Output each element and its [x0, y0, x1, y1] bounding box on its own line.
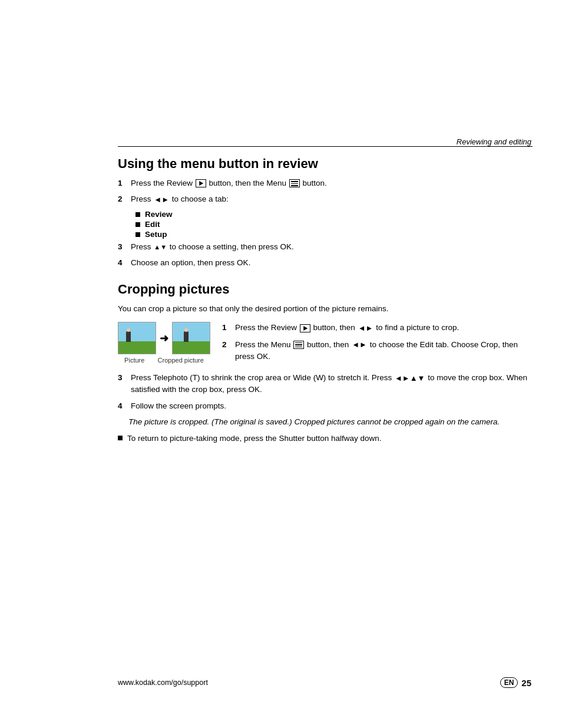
footer: www.kodak.com/go/support EN 25	[118, 677, 531, 688]
arrow-ud-icon: ▲▼	[154, 242, 167, 252]
step3-text-after: to choose a setting, then press OK.	[170, 242, 294, 251]
bullet-icon	[135, 232, 140, 237]
ground	[118, 341, 156, 354]
tab-setup: Setup	[135, 230, 531, 239]
arrow-lr-crop2: ◄►	[352, 339, 367, 351]
bullet-icon	[135, 212, 140, 217]
tab-edit-label: Edit	[145, 220, 160, 229]
footer-url: www.kodak.com/go/support	[118, 678, 208, 687]
step4: 4 Choose an option, then press OK.	[118, 257, 531, 269]
crop-step1-text-middle: button, then	[313, 323, 358, 332]
review-icon	[196, 179, 206, 187]
step3-num: 3	[118, 241, 128, 253]
crop-step4-num: 4	[118, 400, 128, 412]
cropping-body: ➜ Picture Cropped picture	[118, 322, 531, 367]
arrow-lr-icon: ◄►	[154, 194, 169, 206]
menu-icon	[289, 179, 300, 187]
tab-review: Review	[135, 210, 531, 219]
arrow-right-icon: ➜	[160, 332, 168, 345]
tab-setup-label: Setup	[145, 230, 167, 239]
step3-text-before: Press	[131, 242, 153, 251]
en-badge: EN	[500, 677, 518, 688]
arrow-all-icon: ◄►▲▼	[395, 373, 425, 384]
header-label: Reviewing and editing	[457, 137, 531, 146]
tab-list: Review Edit Setup	[135, 210, 531, 239]
step2-num: 2	[118, 193, 128, 205]
step4-content: Choose an option, then press OK.	[131, 257, 531, 269]
label-picture: Picture	[124, 357, 144, 364]
bullet-square-icon	[118, 436, 123, 440]
crop-step1: 1 Press the Review button, then ◄► to fi…	[222, 322, 531, 334]
crop-step1-num: 1	[222, 322, 233, 334]
content: Using the menu button in review 1 Press …	[118, 156, 531, 444]
sky-cropped	[173, 322, 210, 341]
step1-num: 1	[118, 177, 128, 189]
header-rule	[118, 146, 533, 147]
cropping-images: ➜ Picture Cropped picture	[118, 322, 210, 367]
crop-step3-text: Press Telephoto (T) to shrink the crop a…	[131, 373, 394, 382]
step1-text-after: button.	[302, 179, 326, 187]
tab-edit: Edit	[135, 220, 531, 229]
crop-step2: 2 Press the Menu button, then ◄► to choo…	[222, 339, 531, 363]
crop-step3: 3 Press Telephoto (T) to shrink the crop…	[118, 372, 531, 396]
scene-cropped	[173, 322, 210, 354]
step2: 2 Press ◄► to choose a tab:	[118, 193, 531, 205]
bullet-return: To return to picture-taking mode, press …	[118, 433, 531, 444]
section1-title: Using the menu button in review	[118, 156, 531, 172]
crop-step2-text-middle: button, then	[307, 340, 351, 349]
step1-text-middle: button, then the Menu	[209, 179, 289, 187]
tab-review-label: Review	[145, 210, 173, 219]
bullet-icon	[135, 222, 140, 227]
figure-cropped	[184, 331, 189, 342]
crop-step3-content: Press Telephoto (T) to shrink the crop a…	[131, 372, 531, 396]
crop-step4: 4 Follow the screen prompts.	[118, 400, 531, 412]
bullet-return-text: To return to picture-taking mode, press …	[127, 433, 382, 444]
review-icon-crop	[300, 324, 310, 332]
step1-text-before: Press the Review	[131, 179, 195, 187]
crop-step2-content: Press the Menu button, then ◄► to choose…	[235, 339, 531, 363]
image-pair: ➜	[118, 322, 210, 354]
section1: Using the menu button in review 1 Press …	[118, 156, 531, 269]
step3: 3 Press ▲▼ to choose a setting, then pre…	[118, 241, 531, 253]
step2-text: Press	[131, 195, 153, 203]
original-picture	[118, 322, 156, 354]
ground-cropped	[173, 341, 210, 354]
crop-step2-num: 2	[222, 339, 233, 363]
step2-text-after: to choose a tab:	[172, 195, 229, 203]
step3-content: Press ▲▼ to choose a setting, then press…	[131, 241, 531, 253]
label-cropped: Cropped picture	[158, 357, 204, 364]
crop-step4-content: Follow the screen prompts.	[131, 400, 531, 412]
figure	[126, 331, 131, 342]
footer-page: EN 25	[500, 677, 531, 688]
scene	[118, 322, 156, 354]
section2-title: Cropping pictures	[118, 282, 531, 297]
crop-step1-text-before: Press the Review	[235, 323, 299, 332]
page-number: 25	[521, 678, 531, 688]
step1: 1 Press the Review button, then the Menu…	[118, 177, 531, 189]
step2-content: Press ◄► to choose a tab:	[131, 193, 531, 205]
cropping-steps: 1 Press the Review button, then ◄► to fi…	[222, 322, 531, 367]
crop-step2-text-before: Press the Menu	[235, 340, 293, 349]
italic-note: The picture is cropped. (The original is…	[128, 416, 531, 428]
step1-content: Press the Review button, then the Menu b…	[131, 177, 531, 189]
page: Reviewing and editing Using the menu but…	[0, 0, 562, 728]
step4-num: 4	[118, 257, 128, 269]
arrow-lr-crop1: ◄►	[358, 322, 373, 334]
section2: Cropping pictures You can crop a picture…	[118, 282, 531, 444]
cropped-picture	[172, 322, 210, 354]
cropping-intro: You can crop a picture so that only the …	[118, 303, 531, 315]
crop-step1-content: Press the Review button, then ◄► to find…	[235, 322, 531, 334]
img-labels: Picture Cropped picture	[118, 357, 210, 364]
sky	[118, 322, 156, 341]
crop-step3-num: 3	[118, 372, 128, 396]
menu-icon-crop	[293, 341, 304, 349]
crop-step1-text-after: to find a picture to crop.	[376, 323, 459, 332]
